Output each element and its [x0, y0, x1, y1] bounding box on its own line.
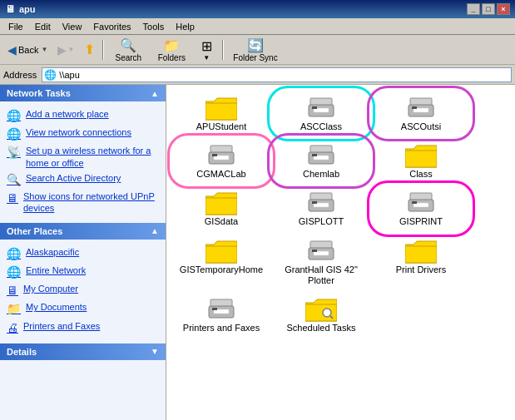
- up-button[interactable]: ⬆: [80, 39, 99, 61]
- folders-icon: 📁: [163, 37, 180, 53]
- alaskapacific-link[interactable]: 🌐 Alaskapacific: [3, 245, 162, 263]
- printer-icon: [305, 238, 337, 264]
- menu-bar: File Edit View Favorites Tools Help: [0, 18, 515, 35]
- view-network-icon: 🌐: [7, 126, 21, 141]
- file-Chemlab[interactable]: Chemlab: [271, 137, 371, 185]
- network-tasks-content: 🌐 Add a network place 🌐 View network con…: [0, 101, 166, 221]
- address-network-icon: 🌐: [44, 69, 57, 81]
- svg-rect-21: [206, 198, 237, 215]
- back-button[interactable]: ◀ Back ▼: [3, 39, 52, 61]
- network-tasks-chevron: ▲: [151, 89, 159, 98]
- file-GISdata[interactable]: GISdata: [171, 185, 271, 232]
- printer-icon: [206, 296, 237, 323]
- svg-rect-17: [312, 154, 317, 156]
- toolbar: ◀ Back ▼ ▶ ▼ ⬆ 🔍 Search 📁 Folders ⊞ ▼ 🔄 …: [0, 35, 515, 65]
- view-network-connections[interactable]: 🌐 View network connections: [3, 125, 162, 143]
- svg-rect-35: [312, 250, 317, 252]
- svg-rect-5: [312, 106, 317, 109]
- folder-icon: [206, 238, 237, 264]
- network-tasks-header[interactable]: Network Tasks ▲: [0, 85, 166, 101]
- menu-view[interactable]: View: [57, 20, 87, 33]
- printer-icon: [305, 190, 337, 216]
- add-network-place[interactable]: 🌐 Add a network place: [3, 106, 162, 125]
- file-ScheduledTasks[interactable]: Scheduled Tasks: [271, 291, 371, 338]
- alaskapacific-icon: 🌐: [7, 246, 21, 261]
- wireless-icon: 📡: [7, 145, 21, 160]
- folders-label: Folders: [158, 53, 186, 62]
- my-documents-link[interactable]: 📁 My Documents: [3, 299, 162, 318]
- show-upnp-icons[interactable]: 🖥 Show icons for networked UPnP devices: [3, 189, 162, 216]
- svg-rect-9: [412, 106, 417, 109]
- menu-favorites[interactable]: Favorites: [88, 20, 136, 33]
- search-label: Search: [115, 53, 141, 62]
- forward-button[interactable]: ▶ ▼: [53, 39, 78, 61]
- files-grid: APUStudent ASCClass: [171, 90, 510, 338]
- file-GrantHall[interactable]: GrantHall GIS 42" Plotter: [271, 233, 371, 291]
- file-GISPRINT[interactable]: GISPRINT: [371, 185, 471, 232]
- views-button[interactable]: ⊞ ▼: [194, 37, 219, 62]
- other-places-header[interactable]: Other Places ▲: [0, 223, 166, 240]
- other-places-content: 🌐 Alaskapacific 🌐 Entire Network 🖥 My Co…: [0, 240, 166, 342]
- address-bar: Address 🌐 \\apu: [0, 65, 515, 85]
- forward-dropdown-icon: ▼: [67, 46, 74, 53]
- folder-search-icon: [305, 296, 337, 323]
- svg-rect-19: [405, 151, 437, 167]
- upnp-icon: 🖥: [7, 190, 18, 205]
- search-directory-icon: 🔍: [7, 172, 21, 187]
- network-tasks-section: Network Tasks ▲ 🌐 Add a network place 🌐 …: [0, 85, 166, 221]
- file-Class[interactable]: Class: [371, 137, 471, 185]
- printer-icon: [305, 142, 337, 169]
- details-header[interactable]: Details ▼: [0, 343, 166, 360]
- minimize-button[interactable]: _: [467, 3, 480, 15]
- other-places-section: Other Places ▲ 🌐 Alaskapacific 🌐 Entire …: [0, 223, 166, 342]
- app-icon: 🖥: [5, 3, 15, 15]
- foldersync-icon: 🔄: [247, 37, 264, 53]
- file-CGMACLab[interactable]: CGMACLab: [171, 137, 271, 185]
- file-APUStudent[interactable]: APUStudent: [171, 90, 271, 137]
- folder-icon: [405, 238, 437, 264]
- svg-point-44: [323, 309, 331, 317]
- printer-icon: [405, 190, 437, 216]
- search-button[interactable]: 🔍 Search: [107, 37, 149, 62]
- file-GISTemporaryHome[interactable]: GISTemporaryHome: [171, 233, 271, 291]
- svg-rect-31: [206, 246, 237, 263]
- my-computer-link[interactable]: 🖥 My Computer: [3, 281, 162, 299]
- svg-rect-25: [312, 201, 317, 204]
- setup-wireless[interactable]: 📡 Set up a wireless network for a home o…: [3, 143, 162, 170]
- menu-file[interactable]: File: [3, 20, 28, 33]
- close-button[interactable]: ×: [497, 3, 510, 15]
- svg-rect-13: [212, 154, 217, 156]
- file-GISPLOTT[interactable]: GISPLOTT: [271, 185, 371, 232]
- address-label: Address: [3, 70, 37, 80]
- folder-icon: [206, 95, 237, 121]
- folder-icon: [206, 190, 237, 216]
- printers-faxes-icon: 🖨: [7, 320, 18, 335]
- maximize-button[interactable]: □: [482, 3, 495, 15]
- printers-faxes-link[interactable]: 🖨 Printers and Faxes: [3, 319, 162, 337]
- menu-help[interactable]: Help: [171, 20, 200, 33]
- menu-tools[interactable]: Tools: [138, 20, 170, 33]
- details-chevron: ▼: [151, 347, 159, 356]
- back-arrow-icon: ◀: [7, 43, 17, 57]
- file-PrintersAndFaxes[interactable]: Printers and Faxes: [171, 291, 271, 338]
- back-dropdown-icon: ▼: [41, 46, 47, 53]
- svg-rect-37: [405, 246, 437, 263]
- file-ASCOutsi[interactable]: ASCOutsi: [371, 90, 471, 137]
- file-PrintDrivers[interactable]: Print Drivers: [371, 233, 471, 291]
- address-value[interactable]: \\apu: [59, 70, 79, 80]
- details-section: Details ▼: [0, 343, 166, 360]
- entire-network-link[interactable]: 🌐 Entire Network: [3, 263, 162, 281]
- forward-arrow-icon: ▶: [57, 43, 67, 57]
- folders-button[interactable]: 📁 Folders: [151, 37, 192, 62]
- search-active-directory[interactable]: 🔍 Search Active Directory: [3, 170, 162, 189]
- window-title: apu: [19, 4, 36, 14]
- left-panel: Network Tasks ▲ 🌐 Add a network place 🌐 …: [0, 85, 166, 420]
- search-icon: 🔍: [120, 37, 136, 53]
- menu-edit[interactable]: Edit: [30, 20, 56, 33]
- foldersync-button[interactable]: 🔄 Folder Sync: [227, 37, 283, 62]
- file-ASCClass[interactable]: ASCClass: [271, 90, 371, 137]
- add-network-icon: 🌐: [7, 108, 21, 123]
- svg-rect-1: [206, 103, 237, 120]
- separator-2: [222, 40, 224, 60]
- my-documents-icon: 📁: [7, 301, 21, 316]
